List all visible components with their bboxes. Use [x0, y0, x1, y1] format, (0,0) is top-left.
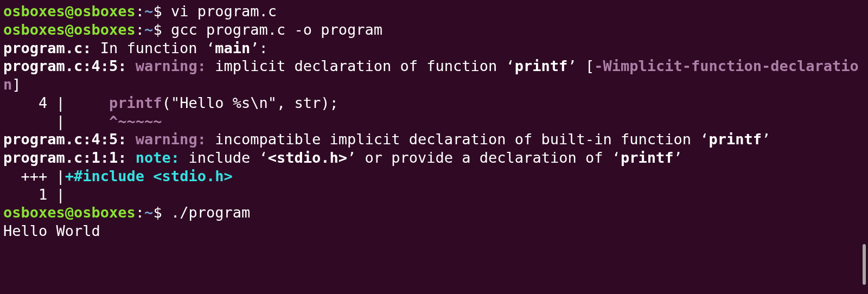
terminal-line: osboxes@osboxes:~$ ./program	[3, 204, 250, 221]
space	[127, 131, 136, 148]
warning-label: warning:	[136, 131, 206, 148]
gcc-output-line: program.c:4:5: warning: incompatible imp…	[3, 131, 770, 148]
plain-text: implicit declaration of function	[206, 57, 506, 74]
warning-label: warning:	[136, 57, 206, 74]
prompt-colon: :	[136, 204, 144, 221]
gcc-output-line: 4 | printf("Hello %s\n", str);	[3, 94, 339, 111]
program-stdout: Hello World	[3, 222, 100, 239]
plain-text: ’ [	[567, 57, 594, 74]
file-loc: program.c:4:5:	[3, 57, 127, 74]
code-context: 4 |	[3, 94, 109, 111]
scrollbar-thumb[interactable]	[863, 244, 866, 285]
highlighted-symbol: printf	[109, 94, 162, 111]
header-name: <stdio.h>	[268, 149, 347, 166]
plain-text: ’	[762, 131, 770, 148]
quote: ‘	[700, 131, 709, 148]
symbol-name: printf	[709, 131, 762, 148]
plain-text: In function	[92, 40, 206, 56]
gcc-output-line: +++ |+#include <stdio.h>	[3, 168, 233, 184]
prompt-path: ~	[144, 204, 153, 221]
caret-prefix: |	[3, 113, 109, 130]
plain-text: include	[180, 149, 259, 166]
gcc-output-line: 1 |	[3, 186, 65, 203]
function-name: main	[215, 40, 250, 56]
prompt-dollar: $	[153, 21, 171, 38]
prompt-user-host: osboxes@osboxes	[3, 204, 136, 221]
plain-text: ’ or provide a declaration of	[347, 149, 612, 166]
plain-text: ]	[12, 76, 21, 93]
plain-text: ’:	[250, 40, 268, 56]
include-directive: #include <stdio.h>	[74, 168, 233, 184]
file-loc: program.c:	[3, 40, 92, 56]
prompt-dollar: $	[153, 204, 171, 221]
prompt-path: ~	[144, 21, 153, 38]
quote: ‘	[612, 149, 621, 166]
prompt-dollar: $	[153, 3, 171, 20]
quote: ‘	[506, 57, 515, 74]
program-output-line: Hello World	[3, 222, 100, 239]
space	[127, 149, 136, 166]
prompt-user-host: osboxes@osboxes	[3, 3, 136, 20]
plain-text: ’	[674, 149, 682, 166]
code-context: 1 |	[3, 186, 65, 203]
diff-prefix: +++ |	[3, 168, 65, 184]
command-text: ./program	[171, 204, 250, 221]
prompt-path: ~	[144, 3, 153, 20]
caret-marker: ^~~~~~	[109, 113, 162, 130]
command-text: vi program.c	[171, 3, 277, 20]
terminal-line: osboxes@osboxes:~$ vi program.c	[3, 3, 277, 20]
gcc-output-line: program.c:4:5: warning: implicit declara…	[3, 57, 859, 93]
file-loc: program.c:1:1:	[3, 149, 127, 166]
prompt-colon: :	[136, 21, 144, 38]
code-context: ("Hello %s\n", str);	[162, 94, 339, 111]
prompt-colon: :	[136, 3, 144, 20]
terminal-output[interactable]: osboxes@osboxes:~$ vi program.c osboxes@…	[3, 2, 865, 240]
space	[127, 57, 136, 74]
file-loc: program.c:4:5:	[3, 131, 127, 148]
scrollbar-track[interactable]	[861, 0, 868, 294]
gcc-output-line: | ^~~~~~	[3, 113, 162, 130]
symbol-name: printf	[621, 149, 674, 166]
quote: ‘	[206, 40, 215, 56]
symbol-name: printf	[515, 57, 568, 74]
plain-text: incompatible implicit declaration of bui…	[206, 131, 700, 148]
diff-plus: +	[65, 168, 74, 184]
note-label: note:	[136, 149, 180, 166]
gcc-output-line: program.c:1:1: note: include ‘<stdio.h>’…	[3, 149, 682, 166]
quote: ‘	[259, 149, 267, 166]
terminal-line: osboxes@osboxes:~$ gcc program.c -o prog…	[3, 21, 382, 38]
command-text: gcc program.c -o program	[171, 21, 382, 38]
prompt-user-host: osboxes@osboxes	[3, 21, 136, 38]
gcc-output-line: program.c: In function ‘main’:	[3, 40, 268, 56]
